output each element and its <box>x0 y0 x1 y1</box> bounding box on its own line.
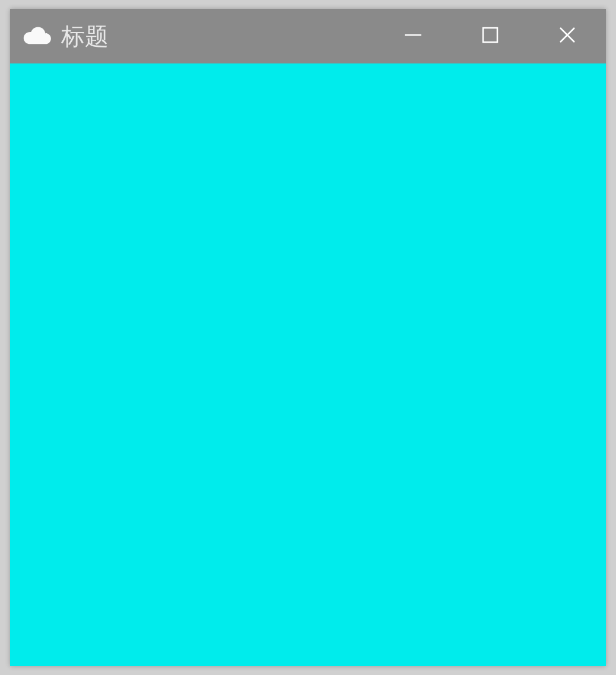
svg-rect-1 <box>483 28 497 42</box>
cloud-icon <box>23 24 53 48</box>
minimize-icon <box>402 24 424 48</box>
minimize-button[interactable] <box>374 9 452 63</box>
close-icon <box>557 24 578 48</box>
window-title: 标题 <box>61 20 109 53</box>
content-area <box>10 63 606 666</box>
titlebar[interactable]: 标题 <box>10 9 606 63</box>
close-button[interactable] <box>529 9 606 63</box>
titlebar-left: 标题 <box>23 20 374 53</box>
maximize-button[interactable] <box>452 9 529 63</box>
app-window: 标题 <box>10 9 606 666</box>
maximize-icon <box>480 24 501 48</box>
window-controls <box>374 9 606 63</box>
